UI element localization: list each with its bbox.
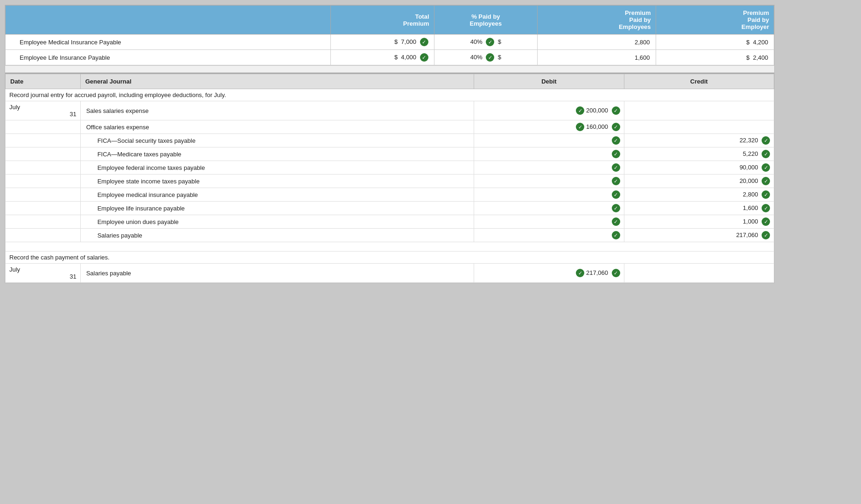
check-icon: ✓ [486, 53, 494, 62]
entry-date [6, 229, 81, 242]
insurance-er-amount: $ 2,400 [656, 50, 774, 65]
entry-desc: Employee medical insurance payable [80, 188, 474, 202]
check-icon: ✓ [576, 106, 584, 115]
entry-credit: 90,000 ✓ [624, 161, 774, 175]
check-icon: ✓ [762, 150, 770, 158]
entry-debit: ✓ 160,000 ✓ [474, 120, 624, 134]
check-icon: ✓ [612, 123, 620, 131]
entry-date [6, 120, 81, 134]
entry-desc: Employee state income taxes payable [80, 175, 474, 188]
header-premium-employer: PremiumPaid byEmployer [656, 6, 774, 35]
entry-date [6, 202, 81, 215]
entry-credit: 20,000 ✓ [624, 175, 774, 188]
check-icon: ✓ [762, 231, 770, 239]
main-container: TotalPremium % Paid byEmployees PremiumP… [5, 5, 775, 283]
journal-entry-row: Employee life insurance payable ✓ 1,600 … [6, 202, 774, 215]
check-icon: ✓ [576, 269, 584, 277]
entry-date-month: July [9, 266, 77, 273]
entry-credit: 5,220 ✓ [624, 147, 774, 161]
entry-debit: ✓ [474, 188, 624, 202]
entry-credit: 217,060 ✓ [624, 229, 774, 242]
entry-debit: ✓ [474, 134, 624, 147]
insurance-label: Employee Life Insurance Payable [6, 50, 331, 65]
check-icon: ✓ [762, 204, 770, 212]
insurance-emp-amount: 2,800 [538, 35, 656, 50]
entry-desc: FICA—Medicare taxes payable [80, 147, 474, 161]
entry-date [6, 188, 81, 202]
entry-desc: Salaries payable [80, 264, 474, 283]
journal-note-row-2: Record the cash payment of salaries. [6, 252, 774, 264]
insurance-row: Employee Medical Insurance Payable $ 7,0… [6, 35, 774, 50]
entry-credit [624, 101, 774, 120]
journal-entry-row: Salaries payable ✓ 217,060 ✓ [6, 229, 774, 242]
entry-debit: ✓ 200,000 ✓ [474, 101, 624, 120]
insurance-label: Employee Medical Insurance Payable [6, 35, 331, 50]
journal-entry-row: July31 Sales salaries expense ✓ 200,000 … [6, 101, 774, 120]
entry-desc: Employee life insurance payable [80, 202, 474, 215]
insurance-pct: 40% ✓ $ [434, 50, 538, 65]
journal-header-debit: Debit [474, 74, 624, 89]
journal-entry-row: Employee federal income taxes payable ✓ … [6, 161, 774, 175]
entry-debit: ✓ [474, 175, 624, 188]
check-icon: ✓ [576, 123, 584, 131]
journal-section: Date General Journal Debit Credit Record… [5, 73, 774, 283]
journal-entry-row: FICA—Medicare taxes payable ✓ 5,220 ✓ [6, 147, 774, 161]
journal-note: Record journal entry for accrued payroll… [6, 89, 774, 101]
entry-desc: Employee federal income taxes payable [80, 161, 474, 175]
spacer [5, 65, 774, 73]
entry-date [6, 147, 81, 161]
insurance-total: $ 7,000 ✓ [330, 35, 434, 50]
header-pct-paid: % Paid byEmployees [434, 6, 538, 35]
journal-entry-row: Employee state income taxes payable ✓ 20… [6, 175, 774, 188]
entry-date-day: 31 [9, 111, 77, 118]
check-icon: ✓ [612, 231, 620, 239]
entry-credit: 1,000 ✓ [624, 215, 774, 229]
insurance-row: Employee Life Insurance Payable $ 4,000 … [6, 50, 774, 65]
entry-date-month: July [9, 104, 77, 111]
journal-table: Date General Journal Debit Credit Record… [5, 74, 774, 283]
empty-row [6, 242, 774, 252]
check-icon: ✓ [612, 269, 620, 277]
check-icon: ✓ [612, 150, 620, 158]
entry-debit: ✓ [474, 229, 624, 242]
journal-entry-row: July31 Salaries payable ✓ 217,060 ✓ [6, 264, 774, 283]
entry-date: July31 [6, 264, 81, 283]
journal-entry-row: Employee union dues payable ✓ 1,000 ✓ [6, 215, 774, 229]
insurance-er-amount: $ 4,200 [656, 35, 774, 50]
entry-debit: ✓ [474, 147, 624, 161]
check-icon: ✓ [762, 177, 770, 185]
check-icon: ✓ [612, 136, 620, 145]
check-icon: ✓ [612, 217, 620, 226]
check-icon: ✓ [612, 177, 620, 185]
check-icon: ✓ [762, 136, 770, 145]
entry-date [6, 161, 81, 175]
entry-desc: Sales salaries expense [80, 101, 474, 120]
header-premium-employees: PremiumPaid byEmployees [538, 6, 656, 35]
check-icon: ✓ [420, 53, 428, 62]
entry-desc: Employee union dues payable [80, 215, 474, 229]
journal-header-credit: Credit [624, 74, 774, 89]
check-icon: ✓ [762, 163, 770, 172]
insurance-total: $ 4,000 ✓ [330, 50, 434, 65]
check-icon: ✓ [420, 38, 428, 46]
entry-date: July31 [6, 101, 81, 120]
check-icon: ✓ [612, 190, 620, 199]
entry-credit [624, 120, 774, 134]
journal-entry-row: FICA—Social security taxes payable ✓ 22,… [6, 134, 774, 147]
check-icon: ✓ [762, 217, 770, 226]
entry-desc: Office salaries expense [80, 120, 474, 134]
entry-credit: 22,320 ✓ [624, 134, 774, 147]
entry-debit: ✓ [474, 202, 624, 215]
header-label [6, 6, 331, 35]
check-icon: ✓ [612, 106, 620, 115]
check-icon: ✓ [612, 204, 620, 212]
entry-date [6, 215, 81, 229]
check-icon: ✓ [762, 190, 770, 199]
check-icon: ✓ [486, 38, 494, 46]
entry-debit: ✓ [474, 161, 624, 175]
entry-desc: Salaries payable [80, 229, 474, 242]
entry-date [6, 134, 81, 147]
entry-credit [624, 264, 774, 283]
entry-debit: ✓ [474, 215, 624, 229]
journal-entry-row: Employee medical insurance payable ✓ 2,8… [6, 188, 774, 202]
